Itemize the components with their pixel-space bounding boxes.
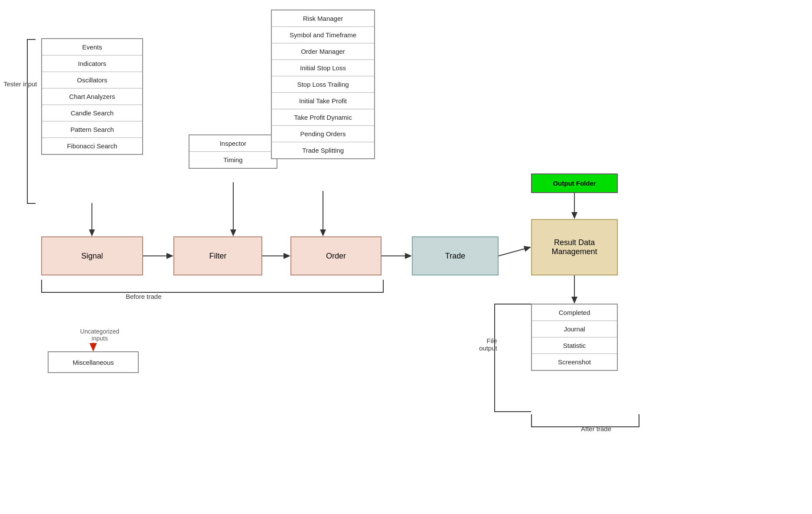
output-folder-label: Output Folder — [553, 180, 596, 187]
signal-item-4: Candle Search — [42, 105, 142, 121]
svg-line-8 — [499, 247, 530, 256]
filter-item-1: Timing — [189, 152, 277, 168]
result-box: Result Data Management — [531, 219, 618, 275]
filter-label: Filter — [209, 252, 227, 261]
filter-list: InspectorTiming — [189, 134, 277, 169]
order-item-0: Risk Manager — [272, 10, 374, 27]
file-item-1: Journal — [532, 321, 617, 337]
signal-item-3: Chart Analyzers — [42, 88, 142, 105]
signal-item-5: Pattern Search — [42, 121, 142, 138]
signal-label: Signal — [81, 252, 103, 261]
after-trade-label: After trade — [581, 425, 611, 432]
diagram: Tester input EventsIndicatorsOscillators… — [0, 0, 812, 514]
order-list: Risk ManagerSymbol and TimeframeOrder Ma… — [271, 10, 375, 159]
order-item-7: Pending Orders — [272, 126, 374, 142]
order-item-5: Initial Take Profit — [272, 93, 374, 109]
uncategorized-label: Uncategorized inputs — [67, 321, 132, 342]
order-item-4: Stop Loss Trailing — [272, 76, 374, 93]
order-item-8: Trade Splitting — [272, 142, 374, 158]
tester-input-label: Tester input — [3, 80, 37, 88]
signal-item-2: Oscillators — [42, 72, 142, 88]
trade-box: Trade — [412, 236, 499, 275]
order-item-6: Take Profit Dynamic — [272, 109, 374, 126]
signal-box: Signal — [41, 236, 143, 275]
result-label: Result Data Management — [551, 238, 597, 256]
file-item-0: Completed — [532, 304, 617, 321]
file-output-bracket — [494, 304, 531, 412]
trade-label: Trade — [445, 252, 465, 261]
before-trade-bracket — [41, 280, 384, 293]
order-item-2: Order Manager — [272, 43, 374, 60]
signal-item-0: Events — [42, 39, 142, 56]
filter-item-0: Inspector — [189, 135, 277, 152]
signal-item-1: Indicators — [42, 56, 142, 72]
file-output-label: File output — [479, 330, 497, 352]
filter-box: Filter — [173, 236, 262, 275]
misc-box: Miscellaneous — [48, 351, 139, 373]
file-item-3: Screenshot — [532, 354, 617, 370]
order-item-3: Initial Stop Loss — [272, 60, 374, 76]
before-trade-label: Before trade — [126, 293, 162, 300]
output-folder-box: Output Folder — [531, 174, 618, 193]
file-item-2: Statistic — [532, 337, 617, 354]
order-label: Order — [326, 252, 346, 261]
tester-input-bracket — [27, 39, 36, 204]
signal-list: EventsIndicatorsOscillatorsChart Analyze… — [41, 38, 143, 155]
order-item-1: Symbol and Timeframe — [272, 27, 374, 43]
order-box: Order — [290, 236, 382, 275]
misc-label-text: Miscellaneous — [72, 359, 114, 366]
file-list: CompletedJournalStatisticScreenshot — [531, 304, 618, 371]
signal-item-6: Fibonacci Search — [42, 138, 142, 154]
